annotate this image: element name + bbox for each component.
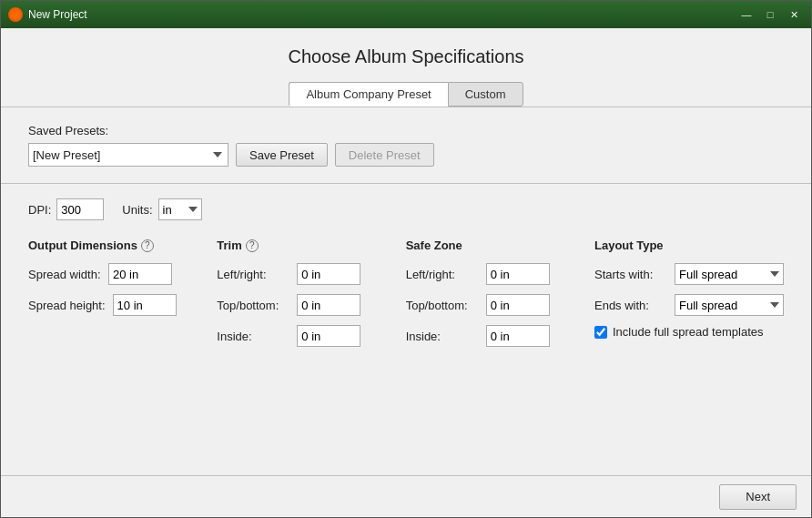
preset-row: [New Preset] Save Preset Delete Preset — [28, 143, 784, 167]
close-button[interactable]: ✕ — [784, 6, 804, 23]
safe-zone-title: Safe Zone — [406, 239, 576, 252]
trim-top-bottom-label: Top/bottom: — [217, 299, 289, 312]
units-field: Units: in cm mm px — [122, 198, 201, 220]
trim-top-bottom-input[interactable] — [297, 294, 360, 316]
layout-type-title: Layout Type — [594, 239, 784, 252]
window-controls: — □ ✕ — [736, 6, 804, 23]
footer: Next — [1, 475, 811, 517]
dpi-input[interactable] — [56, 198, 104, 220]
safe-zone-left-right-row: Left/right: — [406, 263, 576, 285]
preset-select[interactable]: [New Preset] — [28, 143, 228, 167]
starts-with-row: Starts with: Full spread Single page Cov… — [594, 263, 784, 285]
next-button[interactable]: Next — [719, 484, 797, 510]
minimize-button[interactable]: — — [736, 6, 756, 23]
safe-zone-inside-input[interactable] — [486, 325, 550, 347]
trim-inside-input[interactable] — [297, 325, 360, 347]
dpi-units-row: DPI: Units: in cm mm px — [28, 198, 784, 220]
spread-height-label: Spread height: — [28, 299, 106, 312]
spread-width-row: Spread width: — [28, 263, 198, 285]
page-title: Choose Album Specifications — [1, 46, 811, 67]
content-area: Choose Album Specifications Album Compan… — [1, 28, 811, 517]
trim-title: Trim ? — [217, 239, 387, 252]
output-dimensions-help-icon[interactable]: ? — [141, 239, 154, 252]
spread-height-input[interactable] — [113, 294, 177, 316]
maximize-button[interactable]: □ — [760, 6, 780, 23]
trim-top-bottom-row: Top/bottom: — [217, 294, 387, 316]
app-icon — [8, 7, 23, 22]
safe-zone-top-bottom-label: Top/bottom: — [406, 299, 479, 312]
include-templates-checkbox[interactable] — [594, 326, 607, 339]
safe-zone-top-bottom-input[interactable] — [486, 294, 550, 316]
titlebar: New Project — □ ✕ — [1, 1, 811, 28]
tab-custom[interactable]: Custom — [448, 82, 523, 107]
trim-inside-row: Inside: — [217, 325, 387, 347]
layout-type-section: Layout Type Starts with: Full spread Sin… — [594, 239, 784, 356]
spread-width-input[interactable] — [108, 263, 172, 285]
spread-width-label: Spread width: — [28, 268, 101, 281]
starts-with-select[interactable]: Full spread Single page Cover — [675, 263, 784, 285]
main-window: New Project — □ ✕ Choose Album Specifica… — [0, 0, 812, 518]
delete-preset-button[interactable]: Delete Preset — [335, 143, 434, 167]
trim-left-right-label: Left/right: — [217, 268, 289, 281]
tab-album-company-preset[interactable]: Album Company Preset — [289, 82, 447, 107]
safe-zone-left-right-input[interactable] — [486, 263, 550, 285]
trim-left-right-input[interactable] — [297, 263, 360, 285]
trim-inside-label: Inside: — [217, 330, 289, 343]
safe-zone-left-right-label: Left/right: — [406, 268, 479, 281]
ends-with-select[interactable]: Full spread Single page Cover — [675, 294, 784, 316]
safe-zone-section: Safe Zone Left/right: Top/bottom: Inside… — [406, 239, 576, 356]
include-templates-label: Include full spread templates — [613, 325, 763, 339]
spread-height-row: Spread height: — [28, 294, 198, 316]
form-area: DPI: Units: in cm mm px — [1, 184, 811, 475]
window-title: New Project — [28, 8, 736, 21]
output-dimensions-title: Output Dimensions ? — [28, 239, 198, 252]
safe-zone-inside-label: Inside: — [406, 330, 479, 343]
page-header: Choose Album Specifications — [1, 28, 811, 82]
units-label: Units: — [122, 203, 152, 217]
ends-with-row: Ends with: Full spread Single page Cover — [594, 294, 784, 316]
include-templates-row: Include full spread templates — [594, 325, 784, 339]
output-dimensions-section: Output Dimensions ? Spread width: Spread… — [28, 239, 198, 356]
saved-presets-label: Saved Presets: — [28, 124, 784, 137]
dpi-field: DPI: — [28, 198, 104, 220]
specs-grid: Output Dimensions ? Spread width: Spread… — [28, 239, 784, 356]
safe-zone-top-bottom-row: Top/bottom: — [406, 294, 576, 316]
safe-zone-inside-row: Inside: — [406, 325, 576, 347]
save-preset-button[interactable]: Save Preset — [236, 143, 328, 167]
starts-with-label: Starts with: — [594, 268, 667, 281]
trim-left-right-row: Left/right: — [217, 263, 387, 285]
units-select[interactable]: in cm mm px — [158, 198, 202, 220]
dpi-label: DPI: — [28, 203, 51, 217]
trim-help-icon[interactable]: ? — [246, 239, 259, 252]
tabs-area: Album Company Preset Custom — [1, 82, 811, 107]
preset-section: Saved Presets: [New Preset] Save Preset … — [1, 107, 811, 184]
trim-section: Trim ? Left/right: Top/bottom: Inside: — [217, 239, 387, 356]
ends-with-label: Ends with: — [594, 299, 667, 312]
